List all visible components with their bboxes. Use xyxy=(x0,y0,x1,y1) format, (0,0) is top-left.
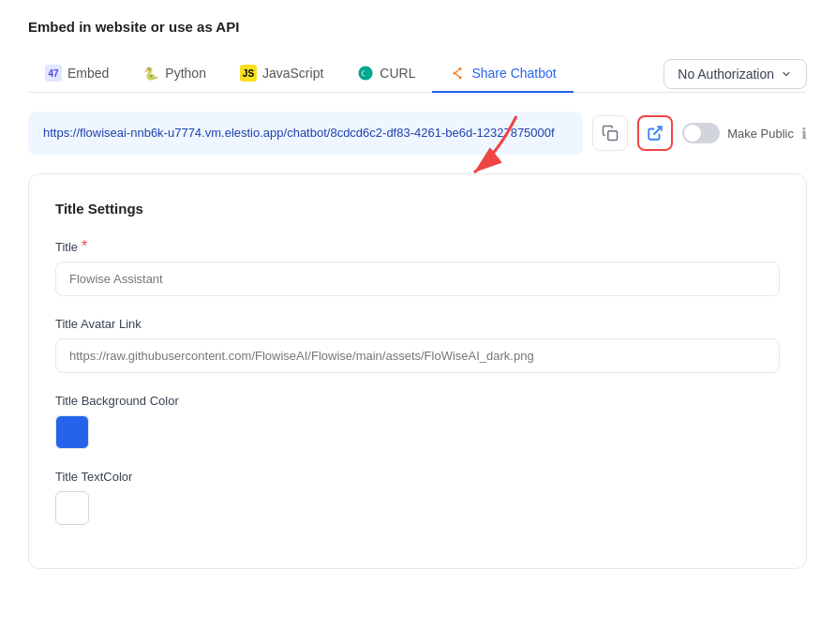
avatar-link-input[interactable] xyxy=(55,338,780,373)
field-group-avatar-link: Title Avatar Link xyxy=(55,317,780,373)
title-input[interactable] xyxy=(55,262,780,296)
svg-text:C: C xyxy=(362,69,366,78)
make-public-toggle[interactable] xyxy=(682,123,720,143)
tab-javascript[interactable]: JS JavaScript xyxy=(223,55,340,93)
chevron-down-icon xyxy=(780,67,793,81)
settings-section-title: Title Settings xyxy=(55,201,780,217)
tab-curl[interactable]: C CURL xyxy=(340,55,432,93)
svg-rect-6 xyxy=(608,131,618,141)
curl-icon: C xyxy=(357,65,374,82)
required-indicator: * xyxy=(82,239,87,254)
text-color-swatch[interactable] xyxy=(55,491,89,525)
field-group-title: Title * xyxy=(55,239,780,296)
python-icon: 🐍 xyxy=(142,65,159,82)
tab-embed-label: Embed xyxy=(67,66,109,81)
svg-point-2 xyxy=(459,67,462,70)
tab-embed[interactable]: 47 Embed xyxy=(28,55,126,93)
svg-point-3 xyxy=(459,76,462,79)
make-public-toggle-area: Make Public ℹ xyxy=(682,123,807,143)
field-label-text-color: Title TextColor xyxy=(55,470,780,484)
title-settings-card: Title Settings Title * Title Avatar Link… xyxy=(28,173,807,569)
embed-icon: 47 xyxy=(45,65,62,82)
field-group-bg-color: Title Background Color xyxy=(55,394,780,449)
chatbot-url: https://flowiseai-nnb6k-u7774.vm.elestio… xyxy=(28,112,583,155)
tab-share-chatbot[interactable]: Share Chatbot xyxy=(432,55,573,93)
share-icon xyxy=(449,65,466,82)
svg-line-5 xyxy=(456,74,459,77)
make-public-label: Make Public xyxy=(727,127,794,141)
auth-dropdown[interactable]: No Authorization xyxy=(664,59,807,89)
svg-point-1 xyxy=(454,72,456,75)
svg-line-7 xyxy=(654,127,662,134)
tab-curl-label: CURL xyxy=(380,66,415,81)
tab-javascript-label: JavaScript xyxy=(262,66,323,81)
tabs-bar: 47 Embed 🐍 Python JS JavaScript C CURL xyxy=(28,55,807,93)
tab-share-chatbot-label: Share Chatbot xyxy=(471,66,556,81)
copy-url-button[interactable] xyxy=(592,115,628,151)
field-label-bg-color: Title Background Color xyxy=(55,394,780,408)
open-link-button[interactable] xyxy=(637,115,673,151)
field-label-avatar-link: Title Avatar Link xyxy=(55,317,780,331)
field-label-title: Title * xyxy=(55,239,780,254)
page-title: Embed in website or use as API xyxy=(28,19,807,35)
tab-python[interactable]: 🐍 Python xyxy=(126,55,223,93)
js-icon: JS xyxy=(240,65,257,82)
svg-line-4 xyxy=(456,69,459,72)
url-section: https://flowiseai-nnb6k-u7774.vm.elestio… xyxy=(28,112,807,155)
field-group-text-color: Title TextColor xyxy=(55,470,780,525)
auth-label: No Authorization xyxy=(678,67,774,82)
bg-color-swatch[interactable] xyxy=(55,415,89,449)
info-icon[interactable]: ℹ xyxy=(801,125,807,142)
tab-python-label: Python xyxy=(165,66,206,81)
